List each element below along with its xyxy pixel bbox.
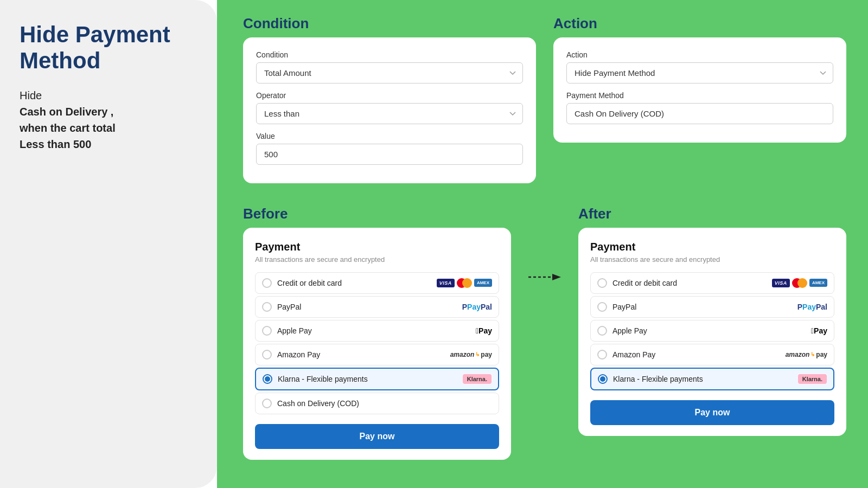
radio-paypal [262, 302, 272, 312]
action-title: Action [553, 15, 846, 32]
after-option-klarna[interactable]: Klarna - Flexible payments Klarna. [590, 368, 834, 390]
amazonpay-logo: amazon↳pay [450, 351, 492, 358]
after-option-paypal[interactable]: PayPal PPayPal [590, 296, 834, 318]
after-radio-credit [597, 278, 607, 288]
after-amex-logo: AMEX [809, 279, 827, 287]
radio-cod [262, 399, 272, 408]
before-option-cod[interactable]: Cash on Delivery (COD) [255, 393, 499, 414]
condition-label: Condition [256, 50, 523, 59]
option-label-paypal: PayPal [277, 303, 457, 311]
radio-klarna [263, 374, 272, 384]
value-label: Value [256, 132, 523, 140]
action-section: Action Action Hide Payment Method Paymen… [553, 15, 846, 197]
before-pay-now-button[interactable]: Pay now [255, 424, 499, 449]
operator-label: Operator [256, 91, 523, 100]
radio-applepay [262, 326, 272, 336]
page-title: Hide Payment Method [20, 22, 197, 74]
operator-select[interactable]: Less than [256, 103, 523, 124]
option-label-amazonpay: Amazon Pay [277, 350, 445, 359]
after-amazonpay-logo: amazon↳pay [786, 351, 827, 358]
before-option-amazonpay[interactable]: Amazon Pay amazon↳pay [255, 344, 499, 365]
left-panel: Hide Payment Method Hide Cash on Deliver… [0, 0, 217, 488]
after-visa-logo: VISA [772, 279, 790, 287]
after-option-label-amazonpay: Amazon Pay [612, 350, 780, 359]
before-payment-title: Payment [255, 241, 499, 253]
before-option-paypal[interactable]: PayPal PPayPal [255, 296, 499, 318]
radio-credit [262, 278, 272, 288]
option-label-applepay: Apple Pay [277, 326, 470, 335]
mastercard-logo [457, 278, 472, 288]
after-radio-paypal [597, 302, 607, 312]
after-pay-now-button[interactable]: Pay now [590, 400, 834, 425]
option-label-klarna: Klarna - Flexible payments [278, 375, 457, 383]
before-payment-card: Payment All transactions are secure and … [243, 228, 511, 460]
after-radio-amazonpay [597, 350, 607, 359]
amex-logo: AMEX [474, 279, 492, 287]
after-option-applepay[interactable]: Apple Pay Pay [590, 320, 834, 342]
before-option-applepay[interactable]: Apple Pay Pay [255, 320, 499, 342]
condition-card: Condition Total Amount Operator Less tha… [243, 37, 536, 183]
before-option-credit[interactable]: Credit or debit card VISA AMEX [255, 272, 499, 294]
svg-marker-1 [552, 274, 561, 280]
after-payment-title: Payment [590, 241, 834, 253]
after-option-label-credit: Credit or debit card [612, 279, 767, 287]
dashed-arrow-icon [528, 271, 561, 284]
right-panel: Condition Condition Total Amount Operato… [217, 0, 868, 488]
option-label-credit: Credit or debit card [277, 279, 431, 287]
after-klarna-logo: Klarna. [798, 374, 827, 384]
visa-logo: VISA [437, 279, 455, 287]
payment-method-label: Payment Method [566, 91, 833, 100]
after-card-logos: VISA AMEX [772, 278, 827, 288]
condition-section: Condition Condition Total Amount Operato… [243, 15, 536, 197]
action-label: Action [566, 50, 833, 59]
description: Hide Cash on Delivery , when the cart to… [20, 87, 197, 152]
card-logos: VISA AMEX [437, 278, 492, 288]
condition-select[interactable]: Total Amount [256, 62, 523, 84]
bottom-row: Before Payment All transactions are secu… [243, 206, 846, 473]
action-card: Action Hide Payment Method Payment Metho… [553, 37, 846, 143]
after-option-label-applepay: Apple Pay [612, 326, 806, 335]
after-mastercard-logo [792, 278, 807, 288]
before-title: Before [243, 206, 511, 222]
after-option-label-klarna: Klarna - Flexible payments [613, 375, 793, 383]
before-section: Before Payment All transactions are secu… [243, 206, 511, 460]
arrow-connector [528, 206, 561, 284]
condition-field-group: Condition Total Amount [256, 50, 523, 84]
action-field-group: Action Hide Payment Method [566, 50, 833, 84]
action-select[interactable]: Hide Payment Method [566, 62, 833, 84]
after-applepay-logo: Pay [811, 326, 827, 335]
after-option-amazonpay[interactable]: Amazon Pay amazon↳pay [590, 344, 834, 365]
after-title: After [578, 206, 846, 222]
after-option-credit[interactable]: Credit or debit card VISA AMEX [590, 272, 834, 294]
applepay-logo: Pay [476, 326, 492, 335]
radio-amazonpay [262, 350, 272, 359]
klarna-logo: Klarna. [463, 374, 492, 384]
after-section: After Payment All transactions are secur… [578, 206, 846, 436]
value-field-group: Value [256, 132, 523, 165]
paypal-logo: PPayPal [462, 303, 492, 311]
before-option-klarna[interactable]: Klarna - Flexible payments Klarna. [255, 368, 499, 390]
after-payment-subtitle: All transactions are secure and encrypte… [590, 255, 834, 264]
value-input[interactable] [256, 144, 523, 165]
after-radio-klarna [598, 374, 608, 384]
before-payment-subtitle: All transactions are secure and encrypte… [255, 255, 499, 264]
payment-method-input[interactable] [566, 103, 833, 124]
after-option-label-paypal: PayPal [612, 303, 792, 311]
after-paypal-logo: PPayPal [797, 303, 827, 311]
after-payment-card: Payment All transactions are secure and … [578, 228, 846, 436]
after-radio-applepay [597, 326, 607, 336]
condition-title: Condition [243, 15, 536, 32]
option-label-cod: Cash on Delivery (COD) [277, 399, 492, 408]
operator-field-group: Operator Less than [256, 91, 523, 124]
payment-method-field-group: Payment Method [566, 91, 833, 124]
